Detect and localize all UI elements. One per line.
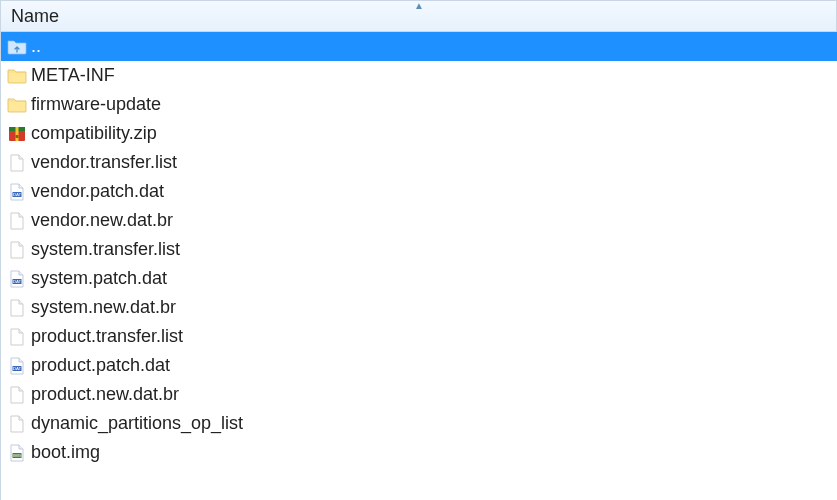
column-header-row: Name ▲	[1, 0, 837, 32]
file-list[interactable]: ..META-INFfirmware-updatecompatibility.z…	[1, 32, 837, 467]
list-item[interactable]: vendor.patch.dat	[1, 177, 837, 206]
list-item-label: system.transfer.list	[31, 239, 180, 260]
file-icon	[7, 385, 27, 405]
list-item[interactable]: product.new.dat.br	[1, 380, 837, 409]
list-item-label: product.transfer.list	[31, 326, 183, 347]
list-item[interactable]: vendor.new.dat.br	[1, 206, 837, 235]
folder-up-icon	[7, 37, 27, 57]
list-item[interactable]: ..	[1, 32, 837, 61]
file-list-pane: Name ▲ ..META-INFfirmware-updatecompatib…	[0, 0, 837, 500]
file-icon	[7, 240, 27, 260]
list-item[interactable]: system.new.dat.br	[1, 293, 837, 322]
list-item[interactable]: system.patch.dat	[1, 264, 837, 293]
file-icon	[7, 211, 27, 231]
list-item-label: vendor.patch.dat	[31, 181, 164, 202]
list-item-label: vendor.new.dat.br	[31, 210, 173, 231]
list-item-label: boot.img	[31, 442, 100, 463]
list-item-label: compatibility.zip	[31, 123, 157, 144]
list-item[interactable]: META-INF	[1, 61, 837, 90]
list-item-label: system.new.dat.br	[31, 297, 176, 318]
file-icon	[7, 298, 27, 318]
folder-icon	[7, 66, 27, 86]
file-icon	[7, 153, 27, 173]
list-item[interactable]: boot.img	[1, 438, 837, 467]
list-item-label: ..	[31, 36, 41, 57]
list-item[interactable]: compatibility.zip	[1, 119, 837, 148]
file-icon	[7, 327, 27, 347]
file-icon	[7, 414, 27, 434]
list-item[interactable]: system.transfer.list	[1, 235, 837, 264]
list-item-label: firmware-update	[31, 94, 161, 115]
list-item[interactable]: dynamic_partitions_op_list	[1, 409, 837, 438]
dat-icon	[7, 356, 27, 376]
dat-icon	[7, 182, 27, 202]
list-item[interactable]: firmware-update	[1, 90, 837, 119]
sort-asc-icon: ▲	[414, 1, 424, 11]
list-item-label: dynamic_partitions_op_list	[31, 413, 243, 434]
column-header-label: Name	[11, 6, 59, 27]
list-item-label: vendor.transfer.list	[31, 152, 177, 173]
list-item-label: META-INF	[31, 65, 115, 86]
list-item-label: system.patch.dat	[31, 268, 167, 289]
img-icon	[7, 443, 27, 463]
dat-icon	[7, 269, 27, 289]
list-item[interactable]: product.patch.dat	[1, 351, 837, 380]
list-item-label: product.patch.dat	[31, 355, 170, 376]
list-item[interactable]: product.transfer.list	[1, 322, 837, 351]
list-item-label: product.new.dat.br	[31, 384, 179, 405]
list-item[interactable]: vendor.transfer.list	[1, 148, 837, 177]
folder-icon	[7, 95, 27, 115]
archive-icon	[7, 124, 27, 144]
